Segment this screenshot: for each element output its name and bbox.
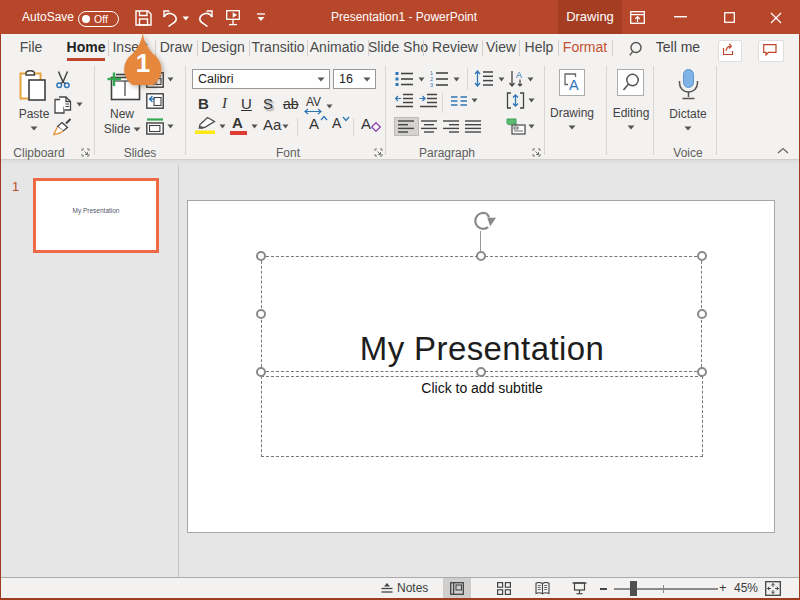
svg-text:3: 3	[430, 82, 433, 87]
svg-text:A: A	[516, 70, 522, 80]
svg-text:A: A	[569, 77, 579, 91]
